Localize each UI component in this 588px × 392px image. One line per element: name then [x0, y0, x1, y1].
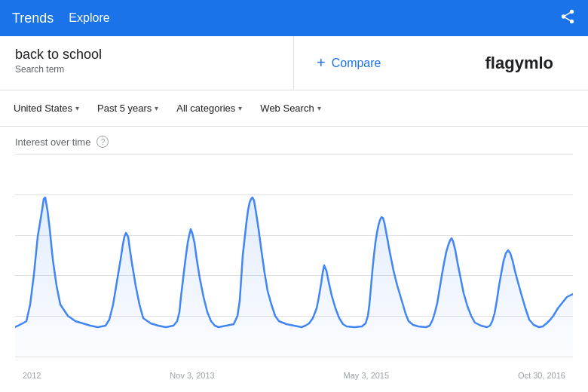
- x-label-nov2013: Nov 3, 2013: [170, 371, 214, 380]
- flaggy-branding: flagymlo: [485, 54, 565, 73]
- chart-section: Interest over time ?: [0, 127, 588, 380]
- location-chevron: ▾: [75, 104, 79, 112]
- search-section: back to school Search term + Compare fla…: [0, 36, 588, 90]
- compare-button[interactable]: + Compare: [317, 54, 381, 72]
- categories-chevron: ▾: [238, 104, 242, 112]
- search-term-box: back to school Search term: [0, 36, 294, 90]
- location-label: United States: [14, 103, 72, 114]
- search-term-label: Search term: [15, 64, 278, 75]
- chart-container: 2012 Nov 3, 2013 May 3, 2015 Oct 30, 201…: [15, 154, 573, 380]
- categories-label: All categories: [176, 103, 235, 114]
- app-logo: Trends: [12, 11, 54, 26]
- categories-filter[interactable]: All categories ▾: [169, 98, 250, 118]
- x-label-may2015: May 3, 2015: [344, 371, 390, 380]
- share-icon[interactable]: [559, 8, 576, 29]
- header-left: Trends Explore: [12, 8, 119, 28]
- type-filter[interactable]: Web Search ▾: [253, 98, 328, 118]
- type-label: Web Search: [260, 103, 314, 114]
- chart-title: Interest over time: [15, 136, 90, 148]
- plus-icon: +: [317, 54, 326, 72]
- time-filter[interactable]: Past 5 years ▾: [90, 98, 166, 118]
- x-label-2012: 2012: [23, 371, 41, 380]
- compare-label: Compare: [332, 57, 381, 70]
- search-term-title: back to school: [15, 47, 278, 63]
- trend-chart-svg: [15, 154, 573, 357]
- compare-box: + Compare flagymlo: [294, 36, 588, 90]
- chart-title-row: Interest over time ?: [15, 136, 573, 148]
- time-chevron: ▾: [155, 104, 158, 112]
- filters-bar: United States ▾ Past 5 years ▾ All categ…: [0, 90, 588, 127]
- explore-nav[interactable]: Explore: [60, 8, 118, 28]
- time-label: Past 5 years: [97, 103, 152, 114]
- app-header: Trends Explore: [0, 0, 588, 36]
- x-axis-labels: 2012 Nov 3, 2013 May 3, 2015 Oct 30, 201…: [15, 371, 573, 380]
- type-chevron: ▾: [317, 104, 321, 112]
- location-filter[interactable]: United States ▾: [6, 98, 87, 118]
- x-label-oct2016: Oct 30, 2016: [518, 371, 565, 380]
- help-icon[interactable]: ?: [96, 136, 109, 148]
